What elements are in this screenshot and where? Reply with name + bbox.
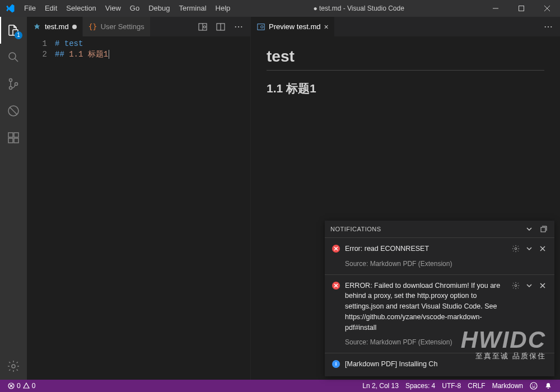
menu-view[interactable]: View bbox=[101, 0, 125, 17]
dirty-indicator-icon bbox=[72, 25, 77, 29]
menu-file[interactable]: File bbox=[20, 0, 40, 17]
window-controls bbox=[483, 0, 560, 17]
close-button[interactable] bbox=[534, 0, 560, 17]
window-title: ● test.md - Visual Studio Code bbox=[235, 4, 483, 12]
status-eol[interactable]: CRLF bbox=[464, 380, 488, 392]
menu-debug[interactable]: Debug bbox=[144, 0, 174, 17]
close-tab-icon[interactable]: × bbox=[324, 23, 328, 31]
code-editor[interactable]: 1 2 # test ## 1.1 标题1 bbox=[27, 36, 250, 380]
svg-rect-24 bbox=[541, 227, 545, 232]
error-circle-icon bbox=[8, 382, 15, 389]
menu-terminal[interactable]: Terminal bbox=[174, 0, 211, 17]
svg-point-9 bbox=[15, 83, 18, 86]
preview-icon bbox=[256, 22, 265, 31]
tab-test-md[interactable]: test.md bbox=[27, 17, 83, 36]
activity-bar: 1 bbox=[0, 17, 27, 380]
notification-message: ERROR: Failed to download Chromium! If y… bbox=[345, 281, 506, 333]
menu-selection[interactable]: Selection bbox=[62, 0, 100, 17]
tab-preview[interactable]: Preview test.md × bbox=[251, 17, 335, 36]
notification-message: Error: read ECONNRESET bbox=[345, 244, 506, 254]
notification-item: [Markdown PDF] Installing Ch bbox=[325, 353, 554, 376]
svg-point-16 bbox=[12, 365, 15, 368]
close-icon[interactable] bbox=[538, 244, 548, 254]
svg-rect-15 bbox=[14, 133, 18, 137]
gear-icon[interactable] bbox=[511, 281, 521, 291]
tabs-right: Preview test.md × ⋯ bbox=[251, 17, 560, 36]
tabs-left: test.md {} User Settings ⋯ bbox=[27, 17, 250, 36]
titlebar: File Edit Selection View Go Debug Termin… bbox=[0, 0, 560, 17]
notifications-panel: NOTIFICATIONS Error: read ECONNRESET Sou… bbox=[325, 221, 554, 376]
status-bar: 0 0 Ln 2, Col 13 Spaces: 4 UTF-8 CRLF Ma… bbox=[0, 380, 560, 392]
svg-point-8 bbox=[10, 87, 12, 90]
activity-explorer[interactable]: 1 bbox=[0, 17, 27, 44]
line-numbers: 1 2 bbox=[27, 36, 55, 380]
gear-icon[interactable] bbox=[511, 244, 521, 254]
status-encoding[interactable]: UTF-8 bbox=[438, 380, 464, 392]
tab-label: Preview test.md bbox=[269, 22, 320, 31]
maximize-button[interactable] bbox=[508, 0, 534, 17]
more-actions-icon[interactable]: ⋯ bbox=[232, 21, 245, 33]
pin-icon bbox=[32, 22, 41, 31]
open-preview-side-icon[interactable] bbox=[197, 21, 209, 33]
svg-point-7 bbox=[10, 79, 12, 82]
editor-group-left: test.md {} User Settings ⋯ bbox=[27, 17, 251, 380]
menu-edit[interactable]: Edit bbox=[40, 0, 62, 17]
status-notifications-icon[interactable] bbox=[541, 380, 556, 392]
menu-help[interactable]: Help bbox=[211, 0, 235, 17]
notification-item: ERROR: Failed to download Chromium! If y… bbox=[325, 275, 554, 354]
tab-actions-right: ⋯ bbox=[542, 17, 560, 36]
minimize-button[interactable] bbox=[483, 0, 508, 17]
minimap[interactable] bbox=[234, 36, 250, 380]
status-indentation[interactable]: Spaces: 4 bbox=[402, 380, 438, 392]
info-icon bbox=[332, 360, 340, 368]
activity-debug[interactable] bbox=[0, 97, 27, 124]
split-editor-icon[interactable] bbox=[214, 21, 227, 33]
chevron-down-icon[interactable] bbox=[524, 281, 534, 291]
tab-user-settings[interactable]: {} User Settings bbox=[83, 17, 151, 36]
svg-point-35 bbox=[335, 362, 337, 363]
notification-message: [Markdown PDF] Installing Ch bbox=[345, 359, 548, 370]
braces-icon: {} bbox=[88, 22, 97, 31]
explorer-badge: 1 bbox=[15, 31, 22, 39]
chevron-down-icon[interactable] bbox=[524, 224, 534, 234]
clear-all-icon[interactable] bbox=[539, 224, 549, 234]
notifications-header: NOTIFICATIONS bbox=[325, 221, 554, 238]
notification-source: Source: Markdown PDF (Extension) bbox=[332, 260, 548, 268]
vscode-logo-icon bbox=[0, 3, 20, 13]
svg-line-6 bbox=[15, 59, 18, 62]
menu-go[interactable]: Go bbox=[125, 0, 144, 17]
svg-point-27 bbox=[515, 248, 517, 250]
svg-point-23 bbox=[261, 25, 263, 27]
svg-rect-12 bbox=[8, 133, 13, 137]
tab-label: test.md bbox=[45, 22, 69, 31]
svg-point-32 bbox=[515, 284, 517, 287]
activity-settings[interactable] bbox=[0, 353, 27, 380]
notification-source: Source: Markdown PDF (Extension) bbox=[332, 338, 548, 346]
close-icon[interactable] bbox=[538, 281, 548, 291]
code-content[interactable]: # test ## 1.1 标题1 bbox=[55, 36, 234, 380]
svg-point-40 bbox=[530, 382, 537, 389]
activity-search[interactable] bbox=[0, 44, 27, 71]
error-icon bbox=[332, 244, 340, 253]
svg-point-42 bbox=[534, 385, 535, 386]
notifications-title: NOTIFICATIONS bbox=[330, 226, 520, 232]
svg-point-41 bbox=[532, 385, 533, 386]
activity-source-control[interactable] bbox=[0, 71, 27, 97]
status-language[interactable]: Markdown bbox=[489, 380, 526, 392]
more-actions-icon[interactable]: ⋯ bbox=[542, 21, 554, 33]
status-errors[interactable]: 0 0 bbox=[4, 380, 39, 392]
preview-h1: test bbox=[267, 48, 544, 71]
svg-rect-1 bbox=[519, 6, 524, 11]
status-cursor-position[interactable]: Ln 2, Col 13 bbox=[359, 380, 402, 392]
activity-extensions[interactable] bbox=[0, 124, 27, 151]
svg-point-5 bbox=[9, 53, 16, 59]
notification-item: Error: read ECONNRESET Source: Markdown … bbox=[325, 238, 554, 275]
status-feedback-icon[interactable] bbox=[526, 380, 541, 392]
tab-label: User Settings bbox=[101, 22, 144, 31]
preview-h2: 1.1 标题1 bbox=[267, 81, 544, 96]
svg-line-11 bbox=[10, 108, 17, 114]
chevron-down-icon[interactable] bbox=[524, 244, 534, 254]
svg-rect-36 bbox=[335, 364, 336, 366]
svg-rect-13 bbox=[8, 138, 13, 143]
cursor-icon bbox=[109, 50, 109, 59]
